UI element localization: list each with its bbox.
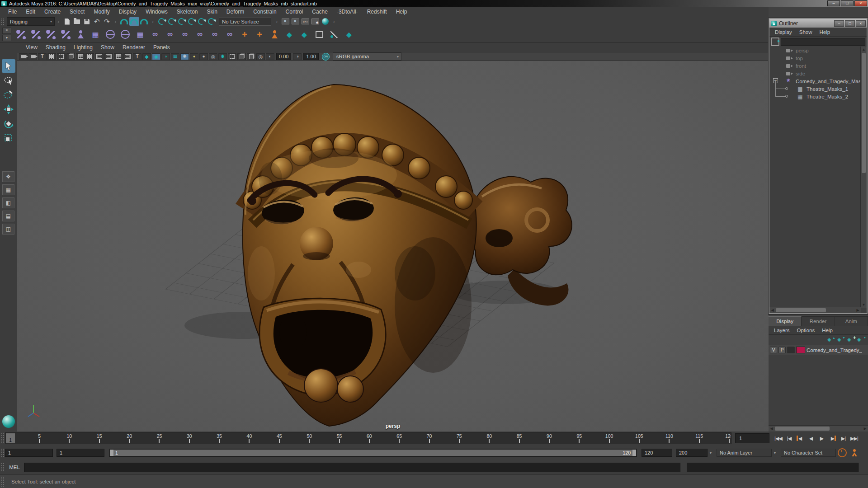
paste-view-icon[interactable] — [247, 53, 255, 60]
menu-item[interactable]: -3DtoAll- — [332, 8, 363, 16]
panel-menu-item[interactable]: Show — [97, 43, 118, 52]
commandline-grip[interactable] — [1, 463, 4, 472]
go-to-end-button[interactable]: ▶▶| — [849, 433, 859, 443]
snap-to-points-icon[interactable] — [139, 17, 149, 26]
film-gate-icon[interactable] — [85, 53, 94, 60]
redo-icon[interactable] — [102, 17, 112, 26]
frame-tick[interactable]: 40 — [242, 433, 256, 443]
isolate-select-icon[interactable] — [228, 53, 236, 60]
outliner-maximize-button[interactable]: □ — [845, 20, 855, 27]
pole-vector-constraint-icon[interactable] — [223, 28, 236, 41]
color-management-toggle[interactable]: ON — [322, 53, 330, 61]
joint-size-icon[interactable] — [238, 28, 251, 41]
field-chart-icon[interactable] — [114, 53, 123, 60]
outliner-menu-item[interactable]: Show — [796, 28, 816, 36]
menu-item[interactable]: Cache — [307, 8, 332, 16]
insert-joint-icon[interactable] — [59, 28, 72, 41]
control-rig-icon[interactable] — [297, 28, 311, 41]
layout-single-pane-button[interactable]: ❖ — [2, 171, 14, 182]
outliner-horizontal-scrollbar[interactable]: ◀ ▶ — [769, 307, 861, 313]
character-set-select[interactable]: No Character Set — [781, 449, 836, 457]
frame-tick[interactable]: 55 — [333, 433, 346, 443]
layer-name[interactable]: Comedy_and_Tragedy_ — [807, 347, 862, 353]
exposure-toggle-icon[interactable]: ◐ — [266, 53, 274, 60]
menu-item[interactable]: Control — [281, 8, 308, 16]
chevron-down-icon[interactable]: ▼ — [708, 451, 714, 455]
frame-tick[interactable]: 90 — [542, 433, 556, 443]
snap-to-curves-icon[interactable] — [129, 17, 139, 26]
frame-tick[interactable]: 85 — [513, 433, 526, 443]
paint-skin-weights-icon[interactable] — [327, 28, 341, 41]
outliner-vertical-scrollbar[interactable]: ▲ ▼ — [860, 47, 867, 308]
step-back-frame-button[interactable]: |◀ — [784, 433, 794, 443]
open-render-view-icon[interactable] — [280, 17, 290, 26]
scroll-up-icon[interactable]: ▲ — [861, 47, 867, 52]
viewport-3d-view[interactable]: persp — [17, 61, 769, 432]
viewcube-sphere-icon[interactable] — [2, 415, 15, 428]
list-inputs-icon[interactable] — [196, 17, 206, 26]
playback-end-field[interactable]: 120 — [642, 449, 672, 457]
menu-item[interactable]: File — [4, 8, 21, 16]
layer-playback-toggle[interactable]: P — [778, 347, 786, 353]
layer-tab[interactable]: Anim — [835, 316, 868, 326]
screen-space-ao-icon[interactable] — [209, 53, 217, 60]
gamma-field[interactable]: 1.00 — [303, 53, 318, 60]
ik-fk-blend-icon[interactable] — [253, 28, 266, 41]
frame-tick[interactable]: 10 — [62, 433, 76, 443]
current-time-playhead[interactable]: 1 — [6, 433, 15, 443]
menu-item[interactable]: Help — [392, 8, 412, 16]
output-connections-icon[interactable] — [166, 17, 176, 26]
safe-title-icon[interactable] — [133, 53, 142, 60]
open-scene-icon[interactable] — [72, 17, 82, 26]
paint-selection-tool[interactable] — [2, 88, 15, 102]
copy-view-icon[interactable] — [237, 53, 246, 60]
range-start-handle[interactable] — [110, 450, 113, 456]
aim-constraint-icon[interactable] — [193, 28, 207, 41]
menu-item[interactable]: Edit — [21, 8, 40, 16]
close-button[interactable]: × — [854, 0, 867, 6]
layer-color-swatch[interactable] — [796, 347, 805, 353]
frame-tick[interactable]: 35 — [212, 433, 226, 443]
wireframe-icon[interactable] — [142, 53, 151, 60]
anim-layer-select[interactable]: No Anim Layer — [717, 449, 772, 457]
render-settings-icon[interactable] — [310, 17, 320, 26]
no-history-icon[interactable] — [186, 17, 196, 26]
playback-start-field[interactable]: 1 — [57, 449, 104, 457]
select-frame-icon[interactable] — [312, 28, 326, 41]
range-slider-track[interactable]: 1 120 — [109, 449, 637, 457]
frame-tick[interactable]: 50 — [302, 433, 316, 443]
auto-keyframe-toggle-icon[interactable] — [850, 449, 859, 457]
outliner-item[interactable]: − side — [769, 70, 867, 77]
layer-menu-item[interactable]: Options — [793, 327, 819, 334]
step-forward-frame-button[interactable]: ▶| — [838, 433, 849, 443]
menu-item[interactable]: Deform — [222, 8, 249, 16]
scroll-left-icon[interactable]: ◀ — [769, 426, 774, 432]
layers-horizontal-scrollbar[interactable]: ◀ ▶ — [769, 425, 868, 432]
resolution-gate-icon[interactable] — [95, 53, 104, 60]
gamma-toggle-icon[interactable]: ◑ — [293, 53, 302, 60]
display-layer-row[interactable]: V P Comedy_and_Tragedy_ — [769, 345, 868, 355]
mel-input[interactable] — [24, 463, 680, 472]
live-surface-field[interactable]: No Live Surface — [219, 18, 271, 26]
rotate-tool[interactable] — [2, 117, 15, 131]
construction-history-icon[interactable] — [176, 17, 186, 26]
ipr-render-icon[interactable] — [300, 17, 310, 26]
menu-item[interactable]: Constrain — [249, 8, 281, 16]
hik-definition-icon[interactable] — [342, 28, 356, 41]
gate-mask-icon[interactable] — [104, 53, 113, 60]
frame-tick[interactable]: 15 — [93, 433, 106, 443]
launch-render-setup-icon[interactable] — [320, 17, 330, 26]
toolbar-grip[interactable] — [1, 18, 4, 25]
new-scene-icon[interactable] — [62, 17, 72, 26]
minimize-button[interactable]: – — [827, 0, 840, 6]
layout-persp-graph-button[interactable]: ⬓ — [2, 211, 14, 221]
frame-tick[interactable]: 30 — [183, 433, 196, 443]
exposure-icon[interactable] — [256, 53, 265, 60]
frame-tick[interactable]: 120 — [722, 433, 731, 443]
move-tool[interactable] — [2, 103, 15, 116]
outliner-search-input[interactable] — [781, 38, 865, 46]
2d-pan-zoom-icon[interactable] — [57, 53, 66, 60]
create-joint-icon[interactable] — [14, 28, 28, 41]
menu-item[interactable]: Skeleton — [172, 8, 203, 16]
outliner-menu-item[interactable]: Display — [771, 28, 796, 36]
